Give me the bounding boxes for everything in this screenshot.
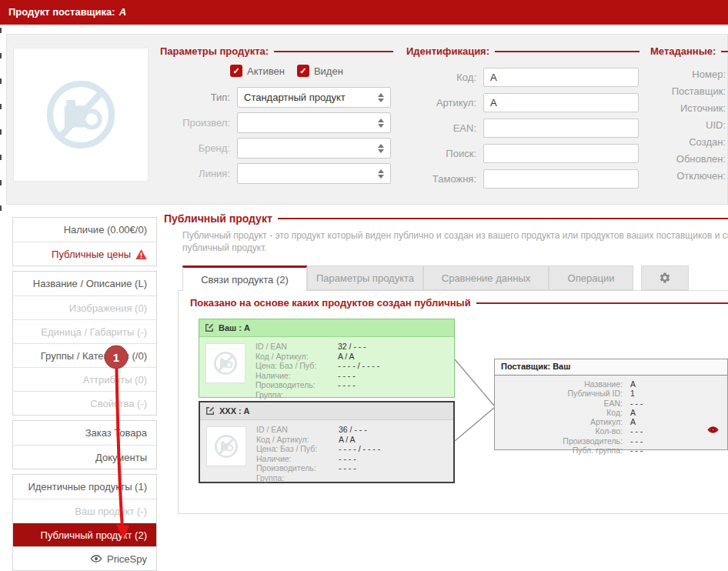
field-label: Цена: Баз / Пуб:	[256, 444, 332, 454]
form-row-search: Поиск:	[330, 144, 639, 163]
eye-icon	[706, 426, 720, 434]
sidebar-item-label: Документы	[95, 452, 147, 463]
page-title: Продукт поставщика:	[8, 6, 115, 18]
sidebar-item-your-product[interactable]: Ваш продукт (-)	[13, 499, 156, 523]
heading-rule	[476, 302, 728, 304]
section-heading-metadata: Метаданные:	[650, 45, 728, 57]
sidebar-item-availability[interactable]: Наличие (0.00€/0)	[13, 218, 156, 242]
sidebar-item-pricespy[interactable]: PriceSpy	[13, 546, 156, 570]
form-row-ean: EAN:	[330, 119, 639, 138]
warning-icon	[135, 249, 147, 259]
sidebar-item-images[interactable]: Изображения (0)	[13, 296, 156, 319]
heading-rule	[495, 51, 640, 52]
section-heading-text: Идентификация:	[406, 45, 489, 57]
no-photo-camera-icon	[210, 348, 241, 379]
product-form-panel: Параметры продукта: ✓ Активен ✓ Виден Ти…	[6, 34, 728, 205]
sidebar-item-label: Ваш продукт (-)	[75, 506, 147, 517]
tab-label: Параметры продукта	[316, 272, 414, 284]
visibility-eye-button[interactable]	[706, 426, 720, 436]
field-label: EAN:	[501, 399, 623, 408]
field-value: A / A	[338, 352, 355, 362]
relations-section-heading-text: Показано на основе каких продуктов созда…	[190, 297, 471, 309]
page-title-bar: Продукт поставщика:A	[0, 0, 728, 25]
field-value: A	[630, 379, 636, 389]
active-checkbox[interactable]: ✓	[230, 65, 242, 77]
article-label: Артикул:	[330, 97, 483, 109]
sidebar-item-unit-dimensions[interactable]: Единица / Габариты (-)	[13, 319, 156, 343]
field-label: Код:	[501, 408, 623, 417]
tab-product-params[interactable]: Параметры продукта	[307, 265, 423, 290]
sidebar-item-identical-products[interactable]: Идентичные продукты (1)	[13, 475, 156, 499]
sidebar-group-linked: Идентичные продукты (1) Ваш продукт (-) …	[12, 474, 157, 571]
field-value: 32 / - - -	[338, 342, 366, 352]
customs-input[interactable]	[483, 169, 639, 189]
clipped-edge-text	[0, 180, 2, 185]
product-card-image-placeholder	[206, 426, 246, 466]
field-label: ID / EAN	[256, 425, 332, 435]
metadata-label-source: Источник:	[618, 102, 726, 114]
sidebar-item-label: Публичные цены	[52, 249, 131, 260]
sidebar-item-documents[interactable]: Документы	[13, 445, 156, 469]
product-card-yours: Ваш : A ID / EAN32 / - - - Код / Артикул…	[199, 319, 455, 398]
visible-checkbox[interactable]: ✓	[297, 65, 309, 77]
sidebar-group-prices: Наличие (0.00€/0) Публичные цены	[12, 217, 157, 266]
sidebar-item-public-prices[interactable]: Публичные цены	[13, 242, 156, 265]
product-card-image-placeholder	[205, 343, 245, 383]
main-heading: Публичный продукт	[164, 212, 728, 225]
tab-product-links[interactable]: Связи продукта (2)	[182, 265, 307, 291]
sidebar-item-groups-categories[interactable]: Группы / Категории (/0)	[13, 343, 156, 367]
public-product-description-line2: публичный продукт.	[182, 242, 728, 253]
type-label: Тип:	[7, 92, 237, 103]
code-input[interactable]	[483, 68, 639, 87]
edit-icon[interactable]	[205, 406, 215, 416]
field-label: Наличие:	[256, 454, 332, 464]
product-card-body: ID / EAN32 / - - - Код / Артикул:A / A Ц…	[199, 337, 454, 404]
field-label: Группа:	[256, 473, 332, 483]
code-label: Код:	[330, 72, 483, 83]
field-label: Код / Артикул:	[256, 435, 332, 445]
sidebar-item-public-product[interactable]: Публичный продукт (2)	[13, 523, 156, 546]
ean-input[interactable]	[483, 119, 639, 138]
tab-data-comparison[interactable]: Сравнение данных	[423, 265, 549, 290]
field-label: ID / EAN	[255, 342, 331, 352]
sidebar-item-label: Единица / Габариты (-)	[41, 326, 147, 338]
product-card-title: Ваш : A	[219, 320, 250, 336]
field-value: - - - -	[339, 454, 356, 464]
edit-icon[interactable]	[205, 323, 214, 332]
sidebar-group-orders: Заказ Товара Документы	[12, 420, 157, 469]
product-card-fields: ID / EAN32 / - - - Код / Артикул:A / A Ц…	[255, 342, 379, 399]
heading-rule	[278, 218, 728, 219]
sidebar-item-attributes[interactable]: Аттрибуты (0)	[13, 367, 156, 391]
heading-rule	[274, 51, 393, 52]
form-row-customs: Таможня:	[330, 169, 639, 189]
tab-operations[interactable]: Операции	[549, 265, 633, 290]
field-label: Публ. группа:	[501, 446, 623, 455]
field-value: - - - -	[338, 380, 356, 390]
sidebar-item-properties[interactable]: Свойства (-)	[13, 391, 156, 415]
field-value: 36 / - - -	[339, 425, 367, 435]
product-card-header: XXX : A	[200, 402, 453, 420]
field-value: A	[630, 408, 636, 417]
supplier-panel-title: Поставщик: Ваш	[495, 359, 727, 376]
sidebar-item-label: Публичный продукт (2)	[41, 529, 147, 541]
metadata-label-supplier: Поставщик:	[618, 85, 726, 97]
article-input[interactable]	[483, 93, 639, 112]
product-card-title: XXX : A	[219, 403, 249, 419]
sidebar-item-name-description[interactable]: Название / Описание (L)	[13, 272, 156, 296]
metadata-label-disabled: Отключен:	[618, 170, 726, 182]
tab-label: Операции	[568, 272, 615, 284]
search-input[interactable]	[483, 144, 639, 163]
field-label: Цена: Баз / Пуб:	[255, 361, 331, 371]
field-label: Группа:	[255, 390, 331, 400]
field-value: - - -	[630, 426, 643, 436]
tab-settings[interactable]	[641, 265, 689, 290]
public-product-description-line1: Публичный продукт - это продукт который …	[182, 230, 728, 241]
section-heading-text: Метаданные:	[650, 45, 716, 57]
sidebar-item-label: Заказ Товара	[85, 427, 147, 439]
field-value: A / A	[339, 435, 356, 445]
sidebar-item-order[interactable]: Заказ Товара	[13, 421, 156, 445]
sidebar-item-label: PriceSpy	[107, 553, 147, 565]
field-label: Производитель:	[501, 436, 623, 446]
field-value: - - - -	[338, 371, 356, 381]
metadata-label-uid: UID:	[618, 119, 726, 131]
